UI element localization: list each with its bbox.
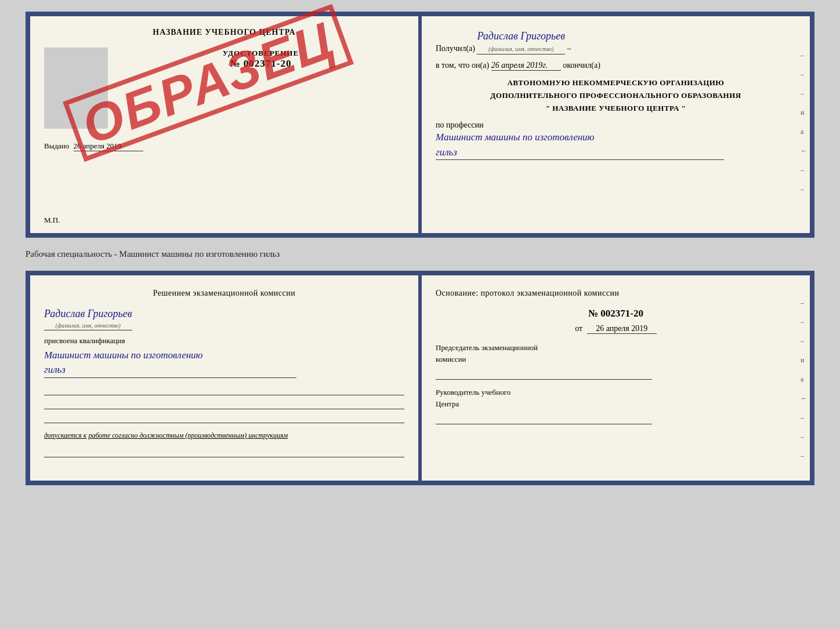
bottom-document: Решением экзаменационной комиссии Радисл…	[26, 271, 814, 485]
bottom-right-number: № 002371-20	[436, 308, 796, 319]
bottom-doc-left: Решением экзаменационной комиссии Радисл…	[30, 275, 418, 481]
date-val: 26 апреля 2019г.	[491, 61, 561, 71]
prof-val2: гильз	[436, 145, 724, 161]
right-side-marks: – – – и а ← – –	[801, 51, 808, 194]
issued-label: Выдано	[44, 141, 69, 150]
top-doc-left: НАЗВАНИЕ УЧЕБНОГО ЦЕНТРА УДОСТОВЕРЕНИЕ №…	[30, 16, 418, 233]
допускается-prefix: допускается к	[44, 431, 86, 439]
rukov-sig-line	[436, 412, 652, 424]
cert-number: № 002371-20	[117, 58, 404, 70]
rukov-line2: Центра	[436, 398, 796, 410]
bottom-doc-right: Основание: протокол экзаменационной коми…	[422, 275, 810, 481]
bottom-fio-hint: (фамилия, имя, отчество)	[44, 322, 132, 330]
predsed-block: Председатель экзаменационной комиссии	[436, 342, 796, 380]
recipient-name: Радислав Григорьев (фамилия, имя, отчест…	[477, 28, 565, 54]
separator-label: Рабочая специальность - Машинист машины …	[26, 248, 814, 260]
date-prefix: в том, что он(а)	[436, 61, 489, 70]
predsed-sig-line	[436, 367, 652, 380]
date-suffix: окончил(а)	[563, 61, 600, 70]
bottom-right-date: от 26 апреля 2019	[436, 324, 796, 334]
bottom-right-side-marks: – – – и а ← – – –	[801, 299, 808, 460]
cert-issued: Выдано 26 апреля 2019	[44, 141, 404, 151]
top-doc-right: Получил(а) Радислав Григорьев (фамилия, …	[422, 16, 810, 233]
prof-label: по профессии	[436, 121, 484, 129]
blank-lines	[44, 383, 404, 423]
predsed-line2: комиссии	[436, 354, 796, 365]
rukov-line1: Руководитель учебного	[436, 387, 796, 398]
org-line3: " НАЗВАНИЕ УЧЕБНОГО ЦЕНТРА "	[436, 102, 796, 115]
issued-date: 26 апреля 2019	[74, 141, 143, 151]
org-line1: АВТОНОМНУЮ НЕКОММЕРЧЕСКУЮ ОРГАНИЗАЦИЮ	[436, 77, 796, 89]
cert-label: УДОСТОВЕРЕНИЕ	[117, 49, 404, 58]
assigned-label: присвоена квалификация	[44, 336, 404, 346]
qual-line1: Машинист машины по изготовлению	[44, 348, 404, 363]
qual-line2: гильз	[44, 362, 296, 378]
received-label: Получил(а)	[436, 44, 475, 53]
dash-after-name: –	[567, 44, 571, 53]
допускается-val: работе согласно должностным (производств…	[88, 431, 288, 439]
received-line: Получил(а) Радислав Григорьев (фамилия, …	[436, 28, 796, 55]
org-block: АВТОНОМНУЮ НЕКОММЕРЧЕСКУЮ ОРГАНИЗАЦИЮ ДО…	[436, 77, 796, 115]
date-val-bottom: 26 апреля 2019	[587, 324, 657, 334]
prof-block: по профессии Машинист машины по изготовл…	[436, 121, 796, 160]
mp-label: М.П.	[44, 216, 60, 225]
cert-photo-placeholder	[44, 48, 108, 129]
date-prefix-bottom: от	[575, 324, 582, 333]
rukov-block: Руководитель учебного Центра	[436, 387, 796, 424]
bottom-left-title: Решением экзаменационной комиссии	[44, 287, 404, 300]
top-left-title: НАЗВАНИЕ УЧЕБНОГО ЦЕНТРА	[44, 28, 404, 37]
bottom-name: Радислав Григорьев (фамилия, имя, отчест…	[44, 307, 132, 330]
prof-val1: Машинист машины по изготовлению	[436, 130, 796, 145]
predsed-line1: Председатель экзаменационной	[436, 342, 796, 354]
bottom-right-basis: Основание: протокол экзаменационной коми…	[436, 287, 796, 300]
top-document: НАЗВАНИЕ УЧЕБНОГО ЦЕНТРА УДОСТОВЕРЕНИЕ №…	[26, 12, 814, 238]
fio-hint: (фамилия, имя, отчество)	[477, 45, 565, 54]
допускается-block: допускается к работе согласно должностны…	[44, 430, 404, 441]
org-line2: ДОПОЛНИТЕЛЬНОГО ПРОФЕССИОНАЛЬНОГО ОБРАЗО…	[436, 89, 796, 102]
date-line: в том, что он(а) 26 апреля 2019г. окончи…	[436, 61, 796, 71]
